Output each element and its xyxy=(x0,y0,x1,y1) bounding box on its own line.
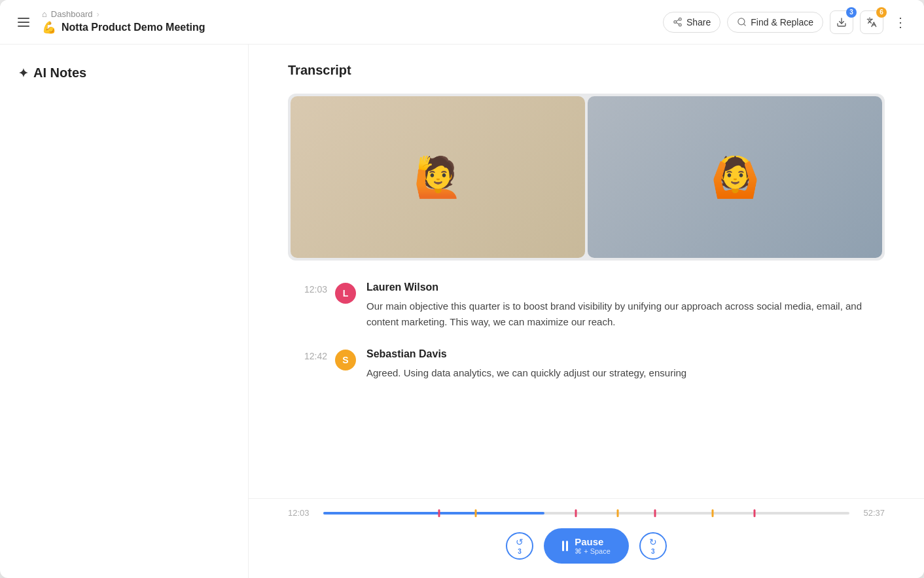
download-button[interactable]: 3 xyxy=(830,10,853,34)
pause-bar-right xyxy=(566,541,568,551)
marker-1 xyxy=(438,509,440,517)
marker-2 xyxy=(475,509,477,517)
breadcrumb: ⌂ Dashboard › xyxy=(42,9,205,19)
timestamp-1: 12:42 xyxy=(288,348,327,361)
ai-notes-label: AI Notes xyxy=(33,65,86,81)
play-label-block: Pause ⌘ + Space xyxy=(575,536,611,556)
download-icon xyxy=(836,17,847,27)
menu-button[interactable] xyxy=(13,12,34,33)
progress-row: 12:03 52:37 xyxy=(288,508,885,518)
pause-bar-left xyxy=(562,541,564,551)
header-left: ⌂ Dashboard › 💪 Notta Product Demo Meeti… xyxy=(13,9,205,35)
skip-back-icon: ↺ xyxy=(516,537,524,547)
breadcrumb-chevron: › xyxy=(96,9,99,19)
marker-7 xyxy=(754,509,756,517)
skip-forward-label: 3 xyxy=(651,548,655,555)
download-badge: 3 xyxy=(846,7,857,18)
marker-4 xyxy=(617,509,619,517)
marker-5 xyxy=(654,509,656,517)
video-person-right: 🙆 xyxy=(588,96,882,258)
avatar-1: S xyxy=(335,350,356,370)
video-person-left: 🙋 xyxy=(291,96,585,258)
marker-3 xyxy=(575,509,577,517)
time-start: 12:03 xyxy=(288,508,314,518)
video-container: 🙋 🙆 xyxy=(288,94,885,261)
translate-badge: 6 xyxy=(876,7,887,18)
skip-back-button[interactable]: ↺ 3 xyxy=(506,532,533,560)
progress-track[interactable] xyxy=(323,512,849,515)
skip-forward-button[interactable]: ↻ 3 xyxy=(639,532,667,560)
translate-icon xyxy=(866,17,877,27)
header-right: Share Find & Replace 3 6 xyxy=(663,10,911,34)
avatar-0: L xyxy=(335,283,356,304)
page-title: Notta Product Demo Meeting xyxy=(62,22,205,33)
right-panel: Transcript 🙋 🙆 12:03 L Lauren Wilson xyxy=(249,45,924,578)
pause-button[interactable]: Pause ⌘ + Space xyxy=(544,528,629,564)
find-replace-button[interactable]: Find & Replace xyxy=(727,12,823,33)
header: ⌂ Dashboard › 💪 Notta Product Demo Meeti… xyxy=(0,0,924,45)
main-content: ✦ AI Notes Transcript 🙋 🙆 1 xyxy=(0,45,924,578)
controls-row: ↺ 3 Pause ⌘ + Space ↻ xyxy=(288,528,885,564)
pause-label: Pause xyxy=(575,536,603,547)
bottom-bar: 12:03 52:37 xyxy=(249,498,924,578)
home-icon: ⌂ xyxy=(42,9,47,19)
ai-notes-title: ✦ AI Notes xyxy=(18,65,230,81)
more-options-button[interactable]: ⋮ xyxy=(890,12,911,33)
time-end: 52:37 xyxy=(859,508,885,518)
entry-content-1: Sebastian Davis Agreed. Using data analy… xyxy=(366,348,885,381)
skip-back-label: 3 xyxy=(518,548,522,555)
speaker-1: Sebastian Davis xyxy=(366,348,885,360)
breadcrumb-home[interactable]: Dashboard xyxy=(51,9,93,19)
find-replace-label: Find & Replace xyxy=(751,17,813,27)
person-right-placeholder: 🙆 xyxy=(588,96,882,258)
svg-line-3 xyxy=(676,22,679,24)
svg-line-6 xyxy=(744,24,746,26)
person-left-placeholder: 🙋 xyxy=(291,96,585,258)
app-window: ⌂ Dashboard › 💪 Notta Product Demo Meeti… xyxy=(0,0,924,578)
entry-content-0: Lauren Wilson Our main objective this qu… xyxy=(366,281,885,330)
progress-markers xyxy=(323,509,849,517)
transcript-entry-1: 12:42 S Sebastian Davis Agreed. Using da… xyxy=(288,348,885,381)
pause-icon xyxy=(562,541,568,551)
search-icon xyxy=(737,17,747,27)
share-label: Share xyxy=(686,17,711,27)
speaker-0: Lauren Wilson xyxy=(366,281,885,293)
marker-6 xyxy=(711,509,713,517)
left-panel: ✦ AI Notes xyxy=(0,45,249,578)
title-emoji: 💪 xyxy=(42,20,56,35)
header-title-block: ⌂ Dashboard › 💪 Notta Product Demo Meeti… xyxy=(42,9,205,35)
hamburger-icon xyxy=(18,18,29,27)
speech-1: Agreed. Using data analytics, we can qui… xyxy=(366,365,885,381)
transcript-area: Transcript 🙋 🙆 12:03 L Lauren Wilson xyxy=(249,45,924,498)
speech-0: Our main objective this quarter is to bo… xyxy=(366,298,885,330)
pause-shortcut: ⌘ + Space xyxy=(575,547,611,556)
share-button[interactable]: Share xyxy=(663,12,720,33)
title-row: 💪 Notta Product Demo Meeting xyxy=(42,20,205,35)
svg-line-4 xyxy=(676,20,679,21)
sparkle-icon: ✦ xyxy=(18,66,28,81)
transcript-entry-0: 12:03 L Lauren Wilson Our main objective… xyxy=(288,281,885,330)
skip-forward-icon: ↻ xyxy=(649,537,657,547)
timestamp-0: 12:03 xyxy=(288,281,327,295)
share-icon xyxy=(673,17,683,27)
transcript-title: Transcript xyxy=(288,63,885,78)
translate-button[interactable]: 6 xyxy=(860,10,883,34)
